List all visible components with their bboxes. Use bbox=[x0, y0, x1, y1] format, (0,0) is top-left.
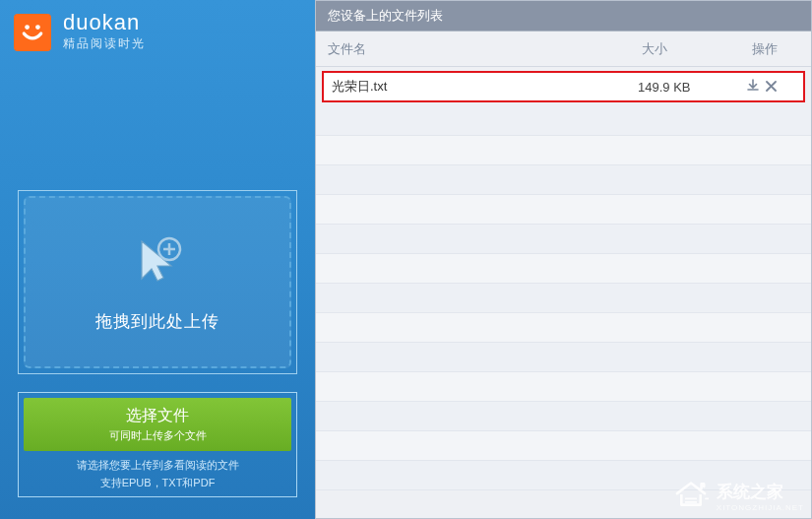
select-file-secondary-label: 可同时上传多个文件 bbox=[109, 428, 207, 443]
file-row-highlight: 光荣日.txt 149.9 KB bbox=[322, 71, 805, 102]
dropzone-frame: 拖拽到此处上传 bbox=[18, 190, 297, 374]
list-item bbox=[316, 343, 811, 372]
sidebar: duokan 精品阅读时光 拖拽到此处上传 选择文件 可同时上传多个文件 请选择… bbox=[0, 0, 315, 519]
list-item bbox=[316, 372, 811, 402]
brand-wordmark: duokan bbox=[63, 12, 146, 33]
column-header-size: 大小 bbox=[642, 40, 730, 58]
select-file-button[interactable]: 选择文件 可同时上传多个文件 bbox=[24, 398, 291, 451]
empty-list-area bbox=[316, 106, 811, 518]
download-icon[interactable] bbox=[746, 79, 760, 95]
svg-point-1 bbox=[35, 25, 40, 30]
list-item bbox=[316, 106, 811, 136]
dropzone-label: 拖拽到此处上传 bbox=[95, 310, 219, 333]
list-item bbox=[316, 402, 811, 431]
close-icon[interactable] bbox=[766, 80, 777, 94]
brand-text: duokan 精品阅读时光 bbox=[63, 12, 146, 52]
select-file-frame: 选择文件 可同时上传多个文件 请选择您要上传到多看阅读的文件 支持EPUB，TX… bbox=[18, 392, 297, 497]
list-item bbox=[316, 284, 811, 313]
column-header-ops: 操作 bbox=[730, 40, 799, 58]
upload-hint-line2: 支持EPUB，TXT和PDF bbox=[24, 475, 291, 492]
column-header-row: 文件名 大小 操作 bbox=[316, 32, 811, 67]
watermark: 系统之家 XITONGZHIJIA.NET bbox=[673, 480, 804, 513]
dropzone[interactable]: 拖拽到此处上传 bbox=[24, 196, 291, 368]
watermark-primary: 系统之家 bbox=[717, 481, 804, 503]
list-item bbox=[316, 136, 811, 165]
brand-tagline: 精品阅读时光 bbox=[63, 35, 146, 52]
upload-hint-line1: 请选择您要上传到多看阅读的文件 bbox=[24, 457, 291, 475]
file-size: 149.9 KB bbox=[638, 80, 726, 95]
list-item bbox=[316, 195, 811, 225]
list-item bbox=[316, 254, 811, 284]
list-item bbox=[316, 165, 811, 195]
main-panel: 您设备上的文件列表 文件名 大小 操作 光荣日.txt 149.9 KB bbox=[315, 0, 812, 519]
select-file-primary-label: 选择文件 bbox=[126, 406, 189, 426]
column-header-name: 文件名 bbox=[328, 40, 642, 58]
list-item bbox=[316, 431, 811, 461]
svg-point-0 bbox=[25, 25, 30, 30]
watermark-house-icon bbox=[673, 480, 709, 513]
watermark-sub: XITONGZHIJIA.NET bbox=[717, 503, 804, 512]
list-item bbox=[316, 313, 811, 343]
list-item bbox=[316, 225, 811, 254]
watermark-text: 系统之家 XITONGZHIJIA.NET bbox=[717, 481, 804, 512]
brand: duokan 精品阅读时光 bbox=[0, 12, 315, 52]
file-ops bbox=[726, 79, 795, 95]
panel-title: 您设备上的文件列表 bbox=[316, 1, 811, 32]
file-name: 光荣日.txt bbox=[332, 78, 638, 96]
logo-icon bbox=[14, 14, 51, 51]
upload-hint: 请选择您要上传到多看阅读的文件 支持EPUB，TXT和PDF bbox=[24, 457, 291, 491]
table-row[interactable]: 光荣日.txt 149.9 KB bbox=[324, 73, 803, 100]
upload-cursor-icon bbox=[128, 231, 187, 291]
